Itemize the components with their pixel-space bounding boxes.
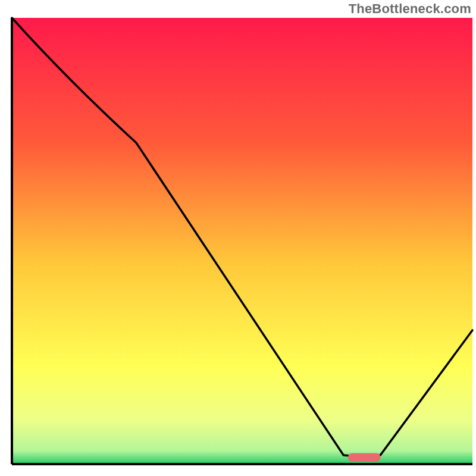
watermark-text: TheBottleneck.com: [349, 1, 471, 17]
plot-background: [12, 18, 472, 464]
bottleneck-chart: [0, 0, 476, 476]
chart-container: TheBottleneck.com: [0, 0, 476, 476]
optimum-marker: [348, 453, 380, 462]
